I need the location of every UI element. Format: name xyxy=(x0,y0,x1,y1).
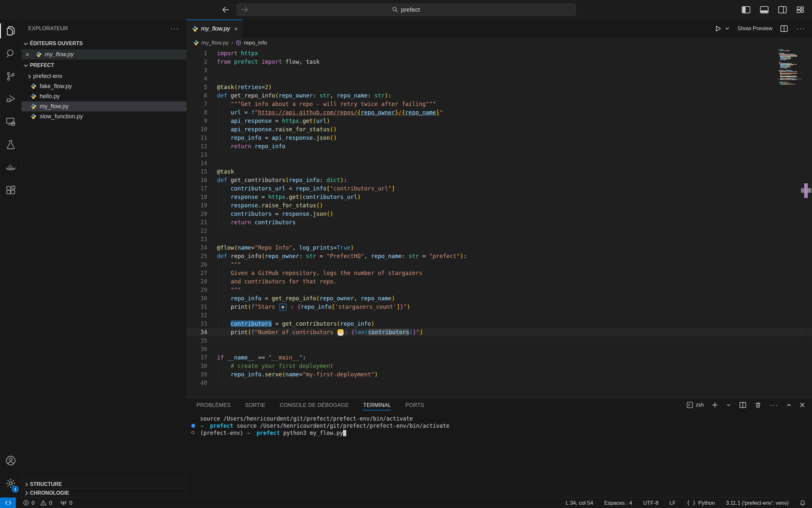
ellipsis-icon[interactable]: ··· xyxy=(170,24,180,34)
tree-item-my-flow-py[interactable]: my_flow.py xyxy=(22,101,186,112)
notifications-bell-icon[interactable] xyxy=(800,500,806,506)
tree-item-prefect-env[interactable]: prefect-env xyxy=(22,71,186,81)
code-line-39[interactable]: 39 repo_info.serve(name="my-first-deploy… xyxy=(187,370,812,379)
back-arrow-icon[interactable] xyxy=(221,5,231,14)
code-line-20[interactable]: 20 contributors = response.json() xyxy=(187,210,812,218)
language-mode[interactable]: { } Python xyxy=(687,500,715,506)
close-icon[interactable]: × xyxy=(234,25,238,33)
panel-tab-ports[interactable]: PORTS xyxy=(405,398,424,412)
layout-panel-icon[interactable] xyxy=(759,5,769,14)
code-line-16[interactable]: 16def get_contributors(repo_info: dict): xyxy=(187,176,812,184)
more-actions-icon[interactable]: ··· xyxy=(769,401,779,410)
code-line-35[interactable]: 35 xyxy=(187,336,812,345)
code-line-37[interactable]: 37if __name__ == "__main__": xyxy=(187,353,812,362)
section-project[interactable]: PREFECT xyxy=(22,59,186,71)
eol-sequence[interactable]: LF xyxy=(669,500,676,506)
code-line-26[interactable]: 26 """ xyxy=(187,260,812,269)
sidebar-item-explorer[interactable] xyxy=(0,19,21,42)
layout-customize-icon[interactable] xyxy=(796,5,805,14)
section-open-editors[interactable]: ÉDITEURS OUVERTS xyxy=(22,38,186,49)
code-line-28[interactable]: 28 and contributors for that repo. xyxy=(187,277,812,286)
code-line-13[interactable]: 13 xyxy=(187,151,812,159)
panel-tab-terminal[interactable]: TERMINAL xyxy=(363,398,391,412)
code-line-18[interactable]: 18 response = httpx.get(contributors_url… xyxy=(187,193,812,201)
code-line-5[interactable]: 5@task(retries=2) xyxy=(187,83,812,91)
code-line-33[interactable]: 33 contributors = get_contributors(repo_… xyxy=(187,320,812,328)
cursor-position[interactable]: L 34, col 54 xyxy=(566,500,593,506)
tree-item-hello-py[interactable]: hello.py xyxy=(22,91,186,101)
code-line-10[interactable]: 10 api_response.raise_for_status() xyxy=(187,125,812,134)
open-editor-item[interactable]: ×my_flow.py xyxy=(22,49,186,59)
sidebar-item-extensions[interactable] xyxy=(0,179,21,202)
code-line-21[interactable]: 21 return contributors xyxy=(187,218,812,226)
code-line-14[interactable]: 14 xyxy=(187,159,812,167)
code-line-19[interactable]: 19 response.raise_for_status() xyxy=(187,201,812,210)
code-line-27[interactable]: 27 Given a GitHub repository, logs the n… xyxy=(187,269,812,277)
code-line-4[interactable]: 4 xyxy=(187,75,812,83)
code-line-7[interactable]: 7 """Get info about a repo - will retry … xyxy=(187,100,812,108)
code-line-36[interactable]: 36 xyxy=(187,345,812,353)
terminal-dropdown-chevron-icon[interactable] xyxy=(726,403,731,407)
code-line-34[interactable]: 34 print(f"Number of contributors : {len… xyxy=(187,328,812,336)
code-line-40[interactable]: 40 xyxy=(187,379,812,387)
encoding[interactable]: UTF-8 xyxy=(643,500,658,506)
code-line-15[interactable]: 15@task xyxy=(187,167,812,176)
code-line-22[interactable]: 22 xyxy=(187,226,812,235)
close-icon[interactable]: × xyxy=(22,51,33,58)
code-line-30[interactable]: 30 repo_info = get_repo_info(repo_owner,… xyxy=(187,294,812,303)
indentation[interactable]: Espaces : 4 xyxy=(604,500,632,506)
shell-label[interactable]: zsh xyxy=(696,402,704,408)
minimap[interactable] xyxy=(779,49,797,85)
tree-item-fake-flow-py[interactable]: fake_flow.py xyxy=(22,81,186,91)
python-interpreter[interactable]: 3.11.1 ('prefect-env': venv) xyxy=(726,500,789,506)
code-line-23[interactable]: 23 xyxy=(187,235,812,244)
breadcrumb-file[interactable]: my_flow.py xyxy=(201,40,229,46)
code-line-24[interactable]: 24@flow(name="Repo Info", log_prints=Tru… xyxy=(187,244,812,252)
forward-arrow-icon[interactable] xyxy=(240,5,249,14)
account-icon[interactable] xyxy=(0,449,21,472)
sidebar-item-docker[interactable] xyxy=(0,156,21,179)
code-line-32[interactable]: 32 xyxy=(187,311,812,320)
run-dropdown-chevron-icon[interactable] xyxy=(724,26,730,31)
split-terminal-icon[interactable] xyxy=(738,401,747,409)
code-line-2[interactable]: 2from prefect import flow, task xyxy=(187,57,812,66)
code-line-31[interactable]: 31 print(f"Stars ★ : {repo_info['stargaz… xyxy=(187,303,812,311)
code-line-25[interactable]: 25def repo_info(repo_owner: str = "Prefe… xyxy=(187,252,812,260)
section-timeline[interactable]: CHRONOLOGIE xyxy=(22,489,186,497)
sidebar-item-search[interactable] xyxy=(0,42,21,65)
code-line-1[interactable]: 1import httpx xyxy=(187,49,812,57)
terminal-output[interactable]: source /Users/henricourdent/git/prefect/… xyxy=(187,412,812,436)
trash-icon[interactable] xyxy=(754,401,762,409)
layout-sidebar-right-icon[interactable] xyxy=(777,5,787,14)
panel-tab-sortie[interactable]: SORTIE xyxy=(245,398,266,412)
code-line-11[interactable]: 11 repo_info = api_response.json() xyxy=(187,134,812,142)
code-line-29[interactable]: 29 """ xyxy=(187,286,812,294)
panel-tab-console-de-d-bogage[interactable]: CONSOLE DE DÉBOGAGE xyxy=(280,398,349,412)
run-button[interactable] xyxy=(714,25,722,33)
tab-my-flow[interactable]: my_flow.py × xyxy=(187,19,243,37)
code-line-9[interactable]: 9 api_response = httpx.get(url) xyxy=(187,117,812,125)
new-terminal-plus-icon[interactable] xyxy=(711,401,719,409)
split-editor-icon[interactable] xyxy=(779,25,789,33)
code-line-3[interactable]: 3 xyxy=(187,66,812,75)
maximize-panel-chevron-up-icon[interactable] xyxy=(786,403,792,407)
sidebar-item-testing[interactable] xyxy=(0,133,21,156)
settings-gear-icon[interactable]: 1 xyxy=(0,472,21,495)
layout-sidebar-left-icon[interactable] xyxy=(741,5,751,14)
code-line-38[interactable]: 38 # create your first deployment xyxy=(187,362,812,370)
command-center-search[interactable]: prefect xyxy=(236,4,576,16)
code-editor[interactable]: 1import httpx2from prefect import flow, … xyxy=(187,48,812,398)
sidebar-item-source-control[interactable] xyxy=(0,65,21,88)
sidebar-item-remote-explorer[interactable] xyxy=(0,111,21,133)
close-panel-icon[interactable] xyxy=(799,402,806,408)
more-actions-icon[interactable]: ··· xyxy=(796,24,806,34)
editor-scrollbar[interactable] xyxy=(806,48,806,398)
remote-indicator[interactable] xyxy=(0,498,16,508)
problems-status[interactable]: 0 0 xyxy=(23,500,52,506)
code-line-6[interactable]: 6def get_repo_info(repo_owner: str, repo… xyxy=(187,91,812,100)
show-preview-button[interactable]: Show Preview xyxy=(737,25,772,32)
ports-status[interactable]: 0 xyxy=(60,500,72,506)
tree-item-slow-function-py[interactable]: slow_function.py xyxy=(22,112,186,122)
code-line-12[interactable]: 12 return repo_info xyxy=(187,142,812,151)
sidebar-item-run-debug[interactable] xyxy=(0,88,21,111)
